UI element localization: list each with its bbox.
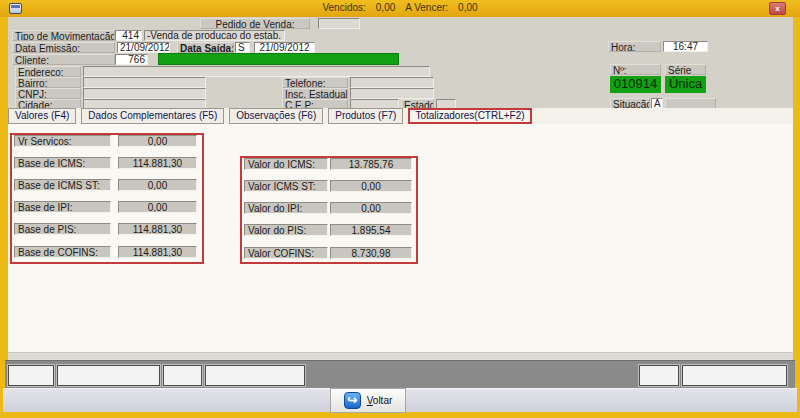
base-cofins-value: 114.881,30 (118, 246, 197, 258)
base-icms-value: 114.881,30 (118, 157, 197, 169)
base-icms-label: Base de ICMS: (14, 157, 111, 169)
cliente-name-highlight[interactable] (158, 53, 399, 65)
telefone-field[interactable] (350, 77, 434, 88)
summary-slot-1 (8, 365, 54, 386)
endereco-field[interactable] (83, 66, 430, 77)
tipo-movimentacao-code-field[interactable]: 414 (115, 30, 142, 41)
valor-ipi-value: 0,00 (330, 202, 412, 214)
tab-bar: Valores (F4) Dados Complementares (F5) O… (8, 108, 793, 124)
title-text: Vencidos:0,00A Vencer:0,00 (0, 2, 800, 13)
tab-dados-complementares[interactable]: Dados Complementares (F5) (81, 108, 224, 124)
bairro-field[interactable] (83, 77, 206, 88)
base-icms-st-label: Base de ICMS ST: (14, 179, 111, 191)
vr-servicos-label: Vr Serviços: (14, 135, 111, 147)
voltar-button[interactable]: ↪ Voltar (330, 388, 406, 413)
numero-value: 010914 (610, 76, 661, 93)
tab-totalizadores[interactable]: Totalizadores(CTRL+F2) (408, 108, 531, 124)
tab-observacoes[interactable]: Observações (F6) (229, 108, 323, 124)
vencidos-label: Vencidos: (322, 2, 365, 13)
base-ipi-label: Base de IPI: (14, 201, 111, 213)
totalizadores-content: Vr Serviços: 0,00 Base de ICMS: 114.881,… (8, 124, 793, 353)
summary-slot-6 (682, 365, 787, 386)
data-emissao-field[interactable]: 21/09/2012 (117, 42, 170, 53)
cliente-code-field[interactable]: 766 (115, 54, 148, 65)
tipo-movimentacao-desc: -Venda de producao do estab. (144, 30, 285, 41)
valor-cofins-value: 8.730,98 (330, 247, 412, 259)
hora-label: Hora: (608, 41, 661, 52)
hora-field[interactable]: 16:47 (663, 41, 708, 52)
pedido-de-venda-window: Vencidos:0,00A Vencer:0,00 x Pedido de V… (0, 0, 800, 418)
summary-slot-3 (163, 365, 202, 386)
title-bar: Vencidos:0,00A Vencer:0,00 x (0, 0, 800, 17)
valor-ipi-label: Valor do IPI: (244, 202, 328, 214)
a-vencer-value: 0,00 (458, 2, 477, 13)
tab-valores[interactable]: Valores (F4) (8, 108, 76, 124)
valor-icms-st-value: 0,00 (330, 180, 412, 192)
base-pis-label: Base de PIS: (14, 223, 111, 235)
summary-bar (5, 360, 795, 388)
serie-label: Série (665, 64, 706, 75)
tab-produtos[interactable]: Produtos (F7) (328, 108, 403, 124)
base-ipi-value: 0,00 (118, 201, 197, 213)
valor-pis-label: Valor do PIS: (244, 224, 328, 236)
a-vencer-label: A Vencer: (405, 2, 448, 13)
numero-label: Nº: (610, 64, 661, 75)
tipo-movimentacao-label: Tipo de Movimentação: (12, 30, 115, 41)
pedido-number-field[interactable] (318, 18, 360, 29)
voltar-button-label: Voltar (367, 395, 393, 406)
vencidos-value: 0,00 (376, 2, 395, 13)
base-icms-st-value: 0,00 (118, 179, 197, 191)
summary-slot-4 (205, 365, 305, 386)
valor-icms-st-label: Valor ICMS ST: (244, 180, 328, 192)
content-footer-divider (8, 353, 793, 360)
telefone-label: Telefone: (282, 77, 348, 88)
data-saida-label: Data Saída: (177, 42, 234, 53)
serie-value: Única (665, 76, 706, 93)
base-cofins-label: Base de COFINS: (14, 246, 111, 258)
bases-groupbox (10, 133, 204, 264)
cliente-label: Cliente: (12, 54, 115, 65)
cnpj-label: CNPJ: (15, 88, 81, 99)
valor-icms-value: 13.785,76 (330, 158, 412, 170)
vr-servicos-value: 0,00 (118, 135, 197, 147)
endereco-label: Endereço: (15, 66, 81, 77)
cnpj-field[interactable] (83, 88, 206, 99)
bairro-label: Bairro: (15, 77, 81, 88)
back-arrow-icon: ↪ (344, 392, 361, 409)
base-pis-value: 114.881,30 (118, 223, 197, 235)
valor-pis-value: 1.895,54 (330, 224, 412, 236)
valor-cofins-label: Valor COFINS: (244, 247, 328, 259)
insc-estadual-label: Insc. Estadual: (282, 88, 348, 99)
data-saida-flag-field[interactable]: S (235, 42, 250, 53)
data-emissao-label: Data Emissão: (12, 42, 115, 53)
summary-slot-5 (639, 365, 679, 386)
pedido-de-venda-label: Pedido de Venda: (200, 18, 310, 29)
valor-icms-label: Valor do ICMS: (244, 158, 328, 170)
summary-slot-2 (57, 365, 160, 386)
insc-estadual-field[interactable] (350, 88, 434, 99)
order-header-panel: Pedido de Venda: Tipo de Movimentação: 4… (8, 17, 793, 108)
data-saida-date-field[interactable]: 21/09/2012 (254, 42, 315, 53)
close-icon[interactable]: x (769, 2, 786, 15)
